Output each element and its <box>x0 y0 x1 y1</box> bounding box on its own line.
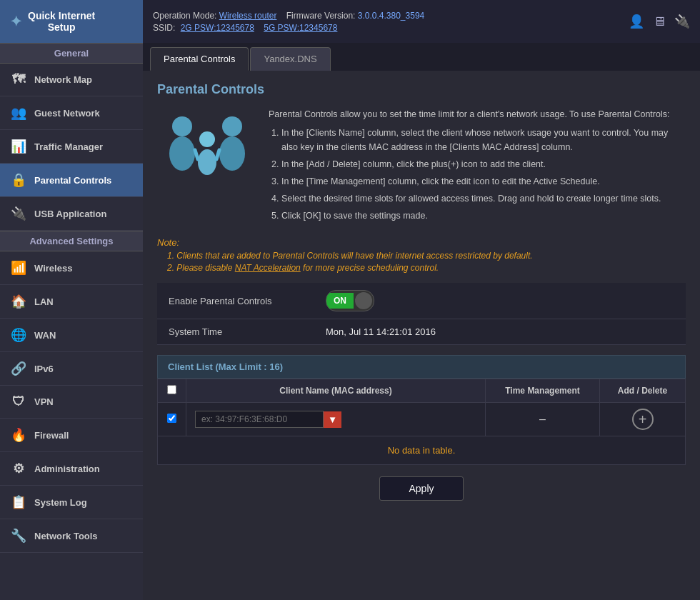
vpn-icon: 🛡 <box>10 394 27 409</box>
sidebar-item-wan[interactable]: 🌐 WAN <box>0 319 143 352</box>
top-icon-bar: 👤 🖥 🔌 <box>619 0 700 43</box>
intro-description: Parental Controls allow you to set the t… <box>269 107 686 121</box>
quick-setup-label: Quick Internet Setup <box>28 10 95 33</box>
ssid-2g: 2G PSW:12345678 <box>181 23 254 33</box>
no-data-row: No data in table. <box>158 436 686 465</box>
page-title: Parental Controls <box>157 82 686 97</box>
row-checkbox-cell <box>158 403 186 436</box>
step-1: In the [Clients Name] column, select the… <box>281 126 686 154</box>
svg-point-5 <box>198 149 216 175</box>
sidebar-label-vpn: VPN <box>34 396 54 407</box>
sidebar-label-network-map: Network Map <box>34 74 92 85</box>
content-area: Parental Controls Yandex.DNS Parental Co… <box>143 43 700 600</box>
parental-controls-toggle[interactable]: ON <box>326 290 374 311</box>
row-checkbox[interactable] <box>167 414 176 423</box>
step-3: In the [Time Management] column, click t… <box>281 174 686 189</box>
display-icon[interactable]: 🖥 <box>653 14 666 29</box>
toggle-on-label: ON <box>326 293 354 309</box>
wireless-icon: 📶 <box>10 260 27 276</box>
add-client-button[interactable]: + <box>632 409 654 430</box>
row-time-mgmt-cell: – <box>486 403 600 436</box>
administration-icon: ⚙ <box>10 461 27 476</box>
sidebar-label-guest-network: Guest Network <box>34 108 100 119</box>
nat-acceleration-link[interactable]: NAT Acceleration <box>235 263 301 273</box>
col-checkbox <box>158 379 186 403</box>
sidebar-item-system-log[interactable]: 📋 System Log <box>0 486 143 519</box>
sidebar: General 🗺 Network Map 👥 Guest Network 📊 … <box>0 43 143 600</box>
firewall-icon: 🔥 <box>10 427 27 443</box>
col-time-mgmt: Time Management <box>486 379 600 403</box>
sidebar-label-traffic-manager: Traffic Manager <box>34 141 103 152</box>
system-log-icon: 📋 <box>10 494 27 510</box>
sidebar-item-traffic-manager[interactable]: 📊 Traffic Manager <box>0 130 143 164</box>
step-2: In the [Add / Delete] column, click the … <box>281 157 686 171</box>
mac-dropdown-button[interactable]: ▼ <box>324 411 341 428</box>
mac-address-input[interactable] <box>195 411 324 428</box>
parental-controls-icon: 🔒 <box>10 172 27 188</box>
tab-parental-controls[interactable]: Parental Controls <box>150 47 249 71</box>
sidebar-label-wireless: Wireless <box>34 263 72 274</box>
page-content: Parental Controls <box>143 71 700 600</box>
sidebar-label-ipv6: IPv6 <box>34 364 54 374</box>
enable-parental-controls-row: Enable Parental Controls ON <box>157 283 686 319</box>
steps-list: In the [Clients Name] column, select the… <box>269 126 686 223</box>
svg-line-6 <box>195 150 198 159</box>
apply-button[interactable]: Apply <box>379 476 463 501</box>
note-label: Note: <box>157 237 686 248</box>
row-add-delete-cell: + <box>600 403 686 436</box>
sidebar-item-administration[interactable]: ⚙ Administration <box>0 452 143 486</box>
traffic-manager-icon: 📊 <box>10 139 27 154</box>
firmware-label: Firmware Version: <box>286 11 356 21</box>
note-2: 2. Please disable NAT Acceleration for m… <box>167 263 686 273</box>
operation-mode-label: Operation Mode: <box>153 11 216 21</box>
sidebar-item-usb-application[interactable]: 🔌 USB Application <box>0 197 143 231</box>
system-time-row: System Time Mon, Jul 11 14:21:01 2016 <box>157 319 686 345</box>
sidebar-item-guest-network[interactable]: 👥 Guest Network <box>0 96 143 130</box>
col-client-name: Client Name (MAC address) <box>186 379 486 403</box>
note-1: 1. Clients that are added to Parental Co… <box>167 251 686 261</box>
lan-icon: 🏠 <box>10 294 27 309</box>
user-icon[interactable]: 👤 <box>629 14 644 29</box>
client-table: Client Name (MAC address) Time Managemen… <box>157 379 686 465</box>
sidebar-item-parental-controls[interactable]: 🔒 Parental Controls <box>0 164 143 197</box>
ipv6-icon: 🔗 <box>10 361 27 376</box>
sidebar-item-firewall[interactable]: 🔥 Firewall <box>0 419 143 452</box>
svg-point-3 <box>219 136 245 171</box>
svg-point-4 <box>199 131 215 147</box>
sidebar-item-network-map[interactable]: 🗺 Network Map <box>0 64 143 96</box>
advanced-section-label: Advanced Settings <box>0 231 143 251</box>
sidebar-item-vpn[interactable]: 🛡 VPN <box>0 386 143 419</box>
svg-line-7 <box>216 150 219 159</box>
sidebar-item-network-tools[interactable]: 🔧 Network Tools <box>0 519 143 553</box>
step-5: Click [OK] to save the settings made. <box>281 209 686 223</box>
quick-setup-icon: ✦ <box>10 13 22 30</box>
sidebar-item-lan[interactable]: 🏠 LAN <box>0 285 143 319</box>
svg-point-2 <box>222 116 242 136</box>
sidebar-label-firewall: Firewall <box>34 430 69 441</box>
col-add-delete: Add / Delete <box>600 379 686 403</box>
sidebar-label-administration: Administration <box>34 464 100 474</box>
top-info-bar: Operation Mode: Wireless router Firmware… <box>143 0 619 43</box>
tab-yandex-dns[interactable]: Yandex.DNS <box>250 47 330 71</box>
wan-icon: 🌐 <box>10 327 27 343</box>
usb-application-icon: 🔌 <box>10 206 27 221</box>
select-all-checkbox[interactable] <box>167 385 176 394</box>
apply-row: Apply <box>157 476 686 501</box>
sidebar-label-usb-application: USB Application <box>34 209 106 219</box>
enable-toggle-value: ON <box>326 290 674 311</box>
notes-section: Note: 1. Clients that are added to Paren… <box>157 237 686 273</box>
network-map-icon: 🗺 <box>10 72 27 87</box>
sidebar-label-wan: WAN <box>34 330 56 341</box>
quick-setup-button[interactable]: ✦ Quick Internet Setup <box>0 0 143 43</box>
ssid-label: SSID: <box>153 23 175 33</box>
usb-icon[interactable]: 🔌 <box>674 14 690 29</box>
ssid-5g: 5G PSW:12345678 <box>264 23 337 33</box>
firmware-value: 3.0.0.4.380_3594 <box>358 11 424 21</box>
intro-text-block: Parental Controls allow you to set the t… <box>269 107 686 226</box>
system-time-label: System Time <box>169 326 326 337</box>
sidebar-item-ipv6[interactable]: 🔗 IPv6 <box>0 352 143 386</box>
sidebar-item-wireless[interactable]: 📶 Wireless <box>0 251 143 285</box>
row-mac-cell: ▼ <box>186 403 486 436</box>
sidebar-label-lan: LAN <box>34 296 54 307</box>
enable-label: Enable Parental Controls <box>169 296 326 306</box>
